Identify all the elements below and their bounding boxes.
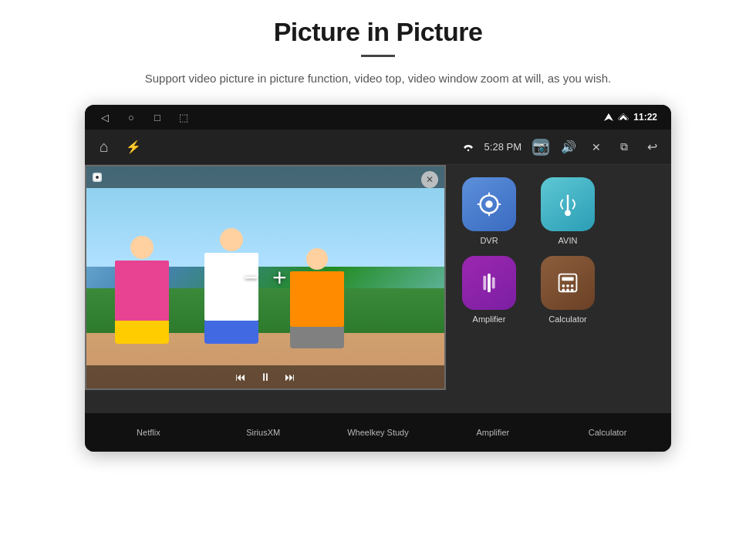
app-bar-left: ⌂ ⚡ [96,139,142,156]
pip-close-btn[interactable]: ✕ [421,171,438,188]
svg-point-18 [571,289,574,292]
dvr-label: DVR [480,236,498,245]
recents-nav-icon[interactable]: □ [151,111,164,123]
amplifier-icon[interactable] [462,256,516,310]
bottom-calculator-item: Calculator [558,428,658,437]
status-bar-right: 11:22 [604,112,657,123]
window-icon[interactable]: ⧉ [616,139,633,156]
bottom-siriusxm-item: SiriusXM [213,428,313,437]
svg-point-17 [566,289,569,292]
bottom-siriusxm-label: SiriusXM [246,428,280,437]
svg-point-20 [96,176,99,179]
volume-icon[interactable]: 🔊 [560,139,577,156]
svg-point-14 [566,284,569,287]
close-icon[interactable]: ✕ [588,139,605,156]
pip-video: − + ✕ ⏮ ⏸ ⏭ [86,166,444,388]
bottom-labels-bar: Netflix SiriusXM Wheelkey Study Amplifie… [85,413,671,452]
title-divider [361,55,395,57]
bottom-calculator-label: Calculator [589,428,627,437]
pip-overlay[interactable]: − + ✕ ⏮ ⏸ ⏭ [85,165,446,390]
svg-point-15 [571,284,574,287]
avin-app-item: AVIN [534,177,602,245]
pip-plus-btn[interactable]: + [272,264,287,292]
page-subtitle: Support video picture in picture functio… [145,69,611,88]
pip-top-bar [86,166,444,188]
camera-app-icon[interactable]: 📷 [532,139,549,156]
svg-rect-8 [483,276,486,291]
app-bar-center: 5:28 PM 📷 🔊 ✕ ⧉ ↩ [154,139,660,156]
avin-label: AVIN [559,236,578,245]
pip-controls: − + [244,264,286,292]
amplifier-app-item: Amplifier [455,256,523,324]
avin-icon[interactable] [541,177,595,231]
dvr-icon[interactable] [462,177,516,231]
bottom-netflix-label: Netflix [137,428,160,437]
next-btn[interactable]: ⏭ [285,371,295,383]
svg-rect-9 [488,274,491,293]
svg-marker-0 [604,113,613,121]
svg-point-3 [467,149,468,150]
status-time: 11:22 [633,112,657,123]
home-nav-icon[interactable]: ○ [125,111,137,123]
pip-minus-btn[interactable]: − [244,264,258,292]
app-row-1: DVR AVIN [455,177,663,245]
home-icon[interactable]: ⌂ [96,139,113,156]
calculator-app-item: Calculator [534,256,602,324]
nav-icons: ◁ ○ □ ⬚ [99,111,190,123]
play-pause-btn[interactable]: ⏸ [260,371,271,383]
bottom-amplifier-item: Amplifier [443,428,543,437]
bottom-wheelkey-label: Wheelkey Study [347,428,408,437]
bottom-amplifier-label: Amplifier [476,428,509,437]
device-frame: ◁ ○ □ ⬚ 11:22 ⌂ ⚡ [85,105,671,452]
app-row-2: Amplifier [455,256,663,324]
menu-nav-icon[interactable]: ⬚ [177,111,190,123]
svg-marker-1 [619,115,627,120]
gps-icon [604,113,613,121]
bottom-wheelkey-item: Wheelkey Study [328,428,428,437]
svg-point-13 [562,284,565,287]
calculator-label: Calculator [548,314,587,324]
svg-rect-12 [562,277,573,281]
wifi-bar-icon [463,143,474,151]
svg-point-7 [565,210,571,217]
amplifier-label: Amplifier [473,314,506,324]
calculator-icon[interactable] [541,256,595,310]
main-content: DVR AVIN [85,165,671,413]
pip-bottom-bar: ⏮ ⏸ ⏭ [86,365,444,388]
svg-point-5 [485,200,493,208]
back-icon[interactable]: ↩ [643,139,660,156]
dvr-app-item: DVR [455,177,523,245]
wifi-status-icon [618,113,629,121]
back-nav-icon[interactable]: ◁ [99,111,111,123]
record-indicator [93,173,102,182]
status-bar: ◁ ○ □ ⬚ 11:22 [85,105,671,129]
app-bar: ⌂ ⚡ 5:28 PM 📷 🔊 ✕ ⧉ ↩ [85,129,671,165]
prev-btn[interactable]: ⏮ [235,371,246,383]
svg-rect-10 [492,277,495,288]
bottom-netflix-item: Netflix [98,428,198,437]
svg-point-16 [562,289,565,292]
usb-icon[interactable]: ⚡ [125,139,142,156]
time-label: 5:28 PM [484,141,521,153]
page-title: Picture in Picture [274,17,483,47]
